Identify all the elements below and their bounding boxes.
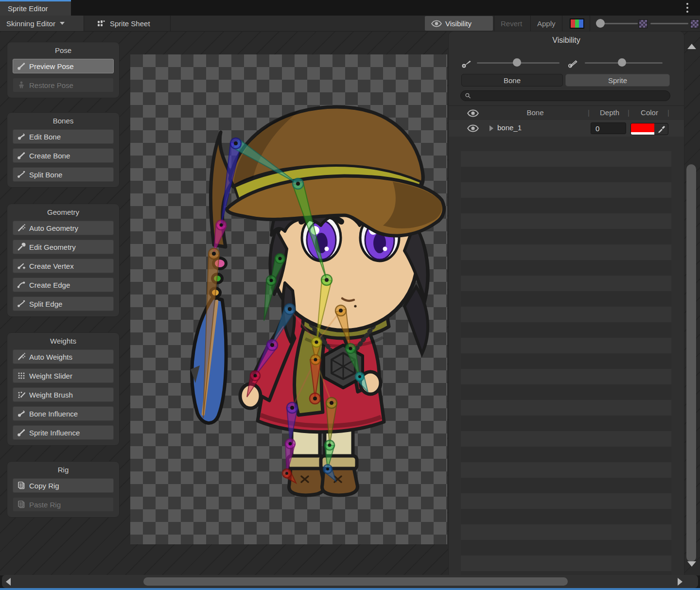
tab-sprite-editor[interactable]: Sprite Editor [0,0,71,16]
header-color[interactable]: Color [632,108,666,117]
weights-panel-title: Weights [13,337,114,345]
dots-grid-icon [17,371,26,380]
create-edge-button[interactable]: Create Edge [13,278,114,292]
geometry-panel-title: Geometry [13,208,114,216]
bone-table-header: Bone | Depth | Color | [449,105,684,121]
rig-panel-title: Rig [13,466,114,474]
header-bone[interactable]: Bone [483,108,588,117]
chevron-down-icon [60,22,65,25]
bone-edit-icon [17,132,26,141]
geometry-panel: Geometry Auto Geometry Edit Geometry Cre… [7,204,120,317]
sprite-influence-button[interactable]: Sprite Influence [13,425,114,440]
vertex-plus-icon [17,261,26,270]
visibility-toggle-button[interactable]: Visibility [425,16,493,31]
bone-row[interactable]: bone_1 [449,120,684,137]
revert-button[interactable]: Revert [494,16,528,31]
edge-split-icon [17,299,26,308]
bone-influence-icon [17,409,26,418]
rig-panel: Rig Copy Rig Paste Rig [7,461,120,518]
split-bone-button[interactable]: Split Bone [13,167,114,182]
apply-label: Apply [537,19,556,28]
visibility-panel: Visibility Bone Sprite Bone | Depth | Co… [448,31,684,590]
weight-slider-button[interactable]: Weight Slider [13,368,114,383]
paste-rig-button[interactable]: Paste Rig [13,497,114,512]
auto-geometry-button[interactable]: Auto Geometry [13,221,114,235]
tab-title: Sprite Editor [8,4,48,13]
bone-opacity-icon [461,57,473,69]
apply-button[interactable]: Apply [531,16,562,31]
scroll-down-button[interactable] [687,567,696,575]
depth-input[interactable] [591,122,626,134]
bones-panel-title: Bones [13,117,114,125]
eye-column-icon[interactable] [467,109,479,117]
bone-split-icon [17,170,26,179]
search-input[interactable] [474,92,666,100]
create-bone-button[interactable]: Create Bone [13,148,114,163]
sprite-canvas[interactable] [130,54,447,544]
sprite-sheet-icon [97,19,106,27]
search-icon [465,92,471,99]
edit-bone-button[interactable]: Edit Bone [13,129,114,144]
bone-color-swatch[interactable] [631,123,654,135]
horizontal-scrollbar[interactable] [2,575,698,588]
magic-wand-icon [17,224,26,232]
bone-name[interactable]: bone_1 [497,123,522,132]
bone-color-control[interactable] [630,123,668,135]
vertical-scrollbar-thumb[interactable] [686,164,696,562]
search-field[interactable] [460,90,670,101]
sprite-sheet-button[interactable]: Sprite Sheet [90,16,157,31]
auto-weights-icon [17,352,26,361]
bone-opacity-knob[interactable] [513,58,521,67]
bones-panel: Bones Edit Bone Create Bone Split Bone [7,112,120,188]
bone-influence-button[interactable]: Bone Influence [13,406,114,421]
paste-icon [17,500,26,509]
brightness-swatch-icon [690,19,699,28]
eyedropper-icon[interactable] [654,123,668,135]
preview-pose-button[interactable]: Preview Pose [13,59,114,73]
create-vertex-button[interactable]: Create Vertex [13,259,114,273]
revert-label: Revert [501,19,522,28]
scroll-right-button[interactable] [678,578,682,586]
visibility-panel-title: Visibility [449,36,684,45]
eye-icon [431,20,442,27]
alpha-slider-track[interactable] [603,23,638,24]
sprite-opacity-knob[interactable] [618,58,626,67]
kebab-menu-icon[interactable] [686,3,689,13]
bone-wrench-icon [17,62,26,70]
auto-weights-button[interactable]: Auto Weights [13,349,114,364]
window-focus-border [0,588,700,590]
brightness-slider-track[interactable] [650,23,688,24]
edge-plus-icon [17,280,26,289]
channel-rgb-button[interactable] [565,16,589,31]
restore-pose-button[interactable]: Restore Pose [13,78,114,92]
sprite-influence-icon [17,428,26,437]
skinning-editor-dropdown[interactable]: Skinning Editor [0,16,84,31]
scroll-up-button[interactable] [687,35,696,44]
row-visibility-eye-icon[interactable] [467,124,479,132]
alpha-swatch-icon [639,19,648,28]
weight-brush-button[interactable]: Weight Brush [13,387,114,402]
weights-panel: Weights Auto Weights Weight Slider Weigh… [7,332,120,446]
toolbar: Skinning Editor Sprite Sheet Visibility … [0,16,700,32]
edit-geometry-button[interactable]: Edit Geometry [13,240,114,254]
copy-rig-button[interactable]: Copy Rig [13,478,114,493]
sprite-sheet-label: Sprite Sheet [110,19,150,28]
rgb-swatch-icon [570,18,584,29]
empty-row-stripes [461,151,671,579]
tab-bone[interactable]: Bone [461,74,563,87]
split-edge-button[interactable]: Split Edge [13,296,114,311]
tab-sprite[interactable]: Sprite [565,74,670,87]
pose-panel: Pose Preview Pose Restore Pose [7,42,120,98]
scroll-left-button[interactable] [6,578,11,586]
visibility-label: Visibility [445,19,472,28]
pose-panel-title: Pose [13,46,114,54]
copy-icon [17,481,26,490]
alpha-slider-knob[interactable] [596,19,605,28]
header-depth[interactable]: Depth [593,108,627,117]
workspace: Pose Preview Pose Restore Pose Bones Edi… [0,32,700,575]
horizontal-scrollbar-thumb[interactable] [143,577,568,586]
person-icon [17,81,26,89]
expand-triangle-icon[interactable] [490,125,493,131]
brush-icon [17,390,26,399]
bone-create-icon [17,151,26,160]
